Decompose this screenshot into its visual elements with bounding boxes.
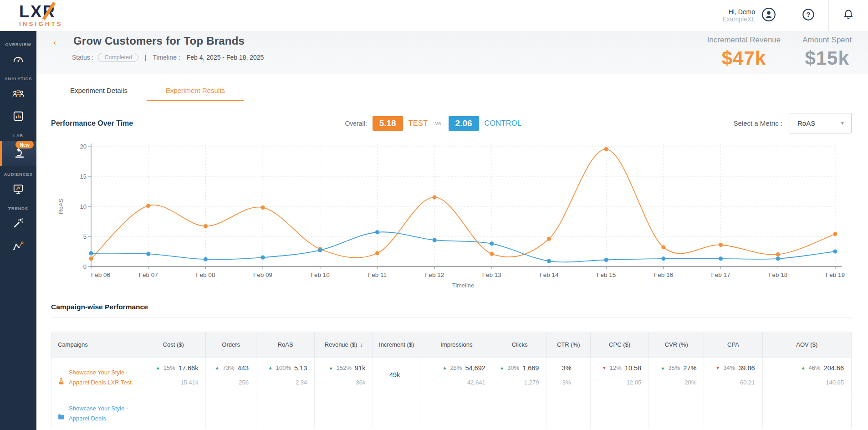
data-point-test[interactable]	[547, 237, 551, 241]
column-header-orders[interactable]: Orders	[206, 332, 256, 358]
ctr-cell: 3%3%	[546, 358, 591, 398]
arrow-down-icon: ▼	[715, 365, 720, 370]
data-point-test[interactable]	[604, 147, 608, 151]
percent-change: 73%	[223, 364, 235, 371]
percent-change: 15%	[163, 364, 175, 371]
data-point-control[interactable]	[89, 251, 93, 255]
cell-value: 204.66	[824, 364, 844, 372]
vs-label: vs	[435, 120, 441, 127]
tab-experiment-details[interactable]: Experiment Details	[51, 81, 147, 101]
campaign-cell: Showcase Your Style - Apparel Deals LXR …	[51, 358, 141, 398]
cost-cell: ▲15%17.66k15.41k	[141, 358, 206, 398]
page-header: ← Grow Customers for Top Brands Status :…	[36, 31, 868, 74]
data-point-control[interactable]	[260, 256, 265, 260]
column-header-clicks[interactable]: Clicks	[493, 332, 546, 358]
data-point-control[interactable]	[547, 259, 551, 263]
cell-value: 27%	[683, 364, 696, 372]
data-point-test[interactable]	[89, 256, 93, 261]
column-header-ctr[interactable]: CTR (%)	[546, 332, 591, 358]
notifications-button[interactable]	[829, 0, 868, 31]
topbar-right-group: Hi, Demo ExampleXL ?	[722, 0, 868, 31]
sidebar-item-audiences[interactable]	[0, 179, 36, 200]
metric-select-dropdown[interactable]: RoAS ▼	[790, 113, 852, 133]
column-header-cvr[interactable]: CVR (%)	[649, 332, 704, 358]
data-point-test[interactable]	[433, 195, 437, 200]
sidebar-section-overview: OVERVIEW	[0, 42, 36, 47]
user-menu-button[interactable]	[761, 0, 788, 31]
help-button[interactable]: ?	[788, 0, 828, 31]
column-header-label: CPC ($)	[609, 341, 630, 348]
table-row: Showcase Your Style - Apparel Deals	[51, 398, 851, 429]
column-header-cost[interactable]: Cost ($)	[141, 332, 206, 358]
campaign-link[interactable]: Showcase Your Style - Apparel Deals LXR …	[69, 368, 136, 388]
data-point-control[interactable]	[833, 249, 837, 253]
data-point-test[interactable]	[146, 204, 150, 208]
sidebar-item-customers[interactable]	[0, 84, 36, 105]
x-tick-label: Feb 10	[311, 271, 330, 278]
x-tick-label: Feb 17	[711, 271, 730, 278]
status-label: Status :	[72, 54, 93, 61]
tab-experiment-results[interactable]: Experiment Results	[147, 81, 244, 101]
column-header-impressions[interactable]: Impressions	[420, 332, 493, 358]
sidebar-item-lab[interactable]: New	[0, 141, 36, 166]
data-point-control[interactable]	[776, 256, 780, 261]
flask-icon	[58, 368, 65, 387]
data-point-test[interactable]	[204, 224, 208, 228]
column-header-label: Impressions	[440, 341, 472, 348]
data-point-test[interactable]	[375, 251, 379, 255]
trend-line-icon	[12, 240, 25, 254]
data-point-control[interactable]	[490, 241, 494, 246]
bar-chart-icon	[12, 110, 25, 124]
data-point-test[interactable]	[833, 232, 837, 236]
user-greeting: Hi, Demo	[722, 8, 755, 15]
column-header-revenue[interactable]: Revenue ($)↓	[315, 332, 373, 358]
x-tick-label: Feb 16	[654, 271, 673, 278]
sidebar-section-trends: TRENDS	[0, 206, 36, 211]
data-point-control[interactable]	[433, 238, 437, 242]
user-account-name: ExampleXL	[722, 15, 755, 23]
revenue-cell: ▲152%91k36k	[315, 358, 373, 398]
column-header-label: CTR (%)	[557, 341, 580, 348]
sidebar-item-trend-chart[interactable]	[0, 236, 36, 257]
back-button[interactable]: ←	[51, 35, 63, 47]
sort-desc-icon[interactable]: ↓	[360, 341, 363, 348]
column-header-campaign[interactable]: Campaigns	[51, 332, 141, 358]
data-point-test[interactable]	[260, 205, 265, 210]
sidebar-item-reports[interactable]	[0, 107, 36, 128]
cell-value: 54,692	[465, 364, 485, 372]
logo-text-insights: INSIGHTS	[19, 20, 92, 27]
campaign-link[interactable]: Showcase Your Style - Apparel Deals	[69, 404, 136, 424]
cpa-cell	[704, 398, 762, 429]
data-point-control[interactable]	[661, 256, 665, 261]
data-point-control[interactable]	[604, 258, 608, 262]
column-header-cpc[interactable]: CPC ($)	[591, 332, 649, 358]
cell-control-value: 3%	[550, 379, 583, 386]
data-point-control[interactable]	[146, 252, 150, 256]
column-header-aov[interactable]: AOV ($)	[762, 332, 851, 358]
timeline-value: Feb 4, 2025 - Feb 18, 2025	[187, 54, 264, 61]
sidebar-item-trend-finder[interactable]	[0, 214, 36, 235]
data-point-test[interactable]	[490, 252, 494, 256]
data-point-control[interactable]	[318, 248, 322, 252]
data-point-test[interactable]	[661, 245, 665, 249]
cell-main-line: ▲152%91k	[318, 364, 365, 372]
overall-label: Overall:	[345, 120, 367, 127]
column-header-cpa[interactable]: CPA	[704, 332, 762, 358]
data-point-control[interactable]	[204, 257, 208, 261]
cell-main-line: ▲100%5.13	[260, 364, 307, 372]
cell-control-value: 2.34	[260, 379, 307, 386]
cell-value: 3%	[562, 364, 572, 372]
lxr-insights-logo[interactable]: LXR INSIGHTS	[19, 4, 92, 27]
data-point-control[interactable]	[719, 256, 723, 261]
cell-value: 10.58	[625, 364, 641, 372]
data-point-test[interactable]	[719, 243, 723, 247]
data-point-test[interactable]	[776, 252, 780, 256]
incremental-revenue-value: $47k	[707, 47, 781, 69]
column-header-increment[interactable]: Increment ($)	[373, 332, 420, 358]
sidebar-item-overview[interactable]	[0, 50, 36, 71]
percent-change: 28%	[450, 364, 462, 371]
column-header-roas[interactable]: RoAS	[256, 332, 315, 358]
column-header-label: AOV ($)	[796, 341, 817, 348]
campaign-cell: Showcase Your Style - Apparel Deals	[51, 398, 141, 429]
data-point-control[interactable]	[375, 230, 379, 234]
